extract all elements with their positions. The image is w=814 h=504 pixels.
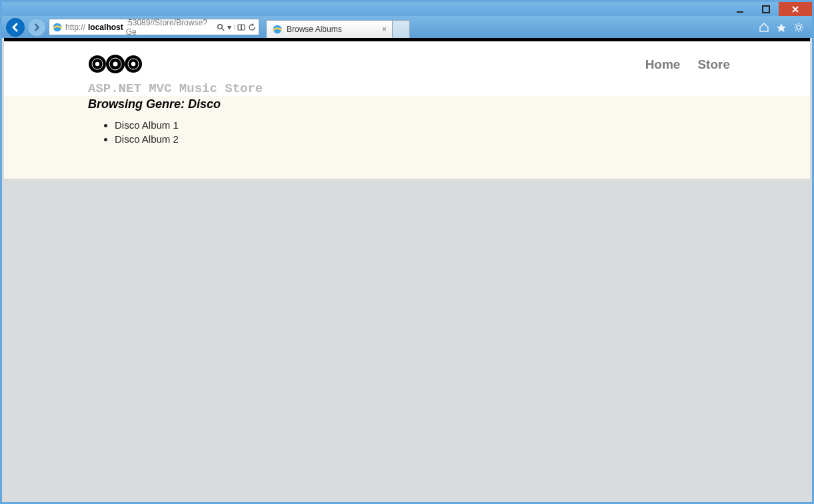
window-close-button[interactable] bbox=[779, 2, 812, 16]
search-dropdown-icon[interactable]: ▾ bbox=[227, 23, 231, 31]
ie-tab-icon bbox=[272, 24, 283, 35]
nav-store-link[interactable]: Store bbox=[697, 57, 730, 72]
svg-line-14 bbox=[801, 29, 803, 31]
page: ASP.NET MVC Music Store Home Store Brows… bbox=[4, 38, 810, 179]
url-rest: :53089//Store/Browse?Ge bbox=[126, 18, 214, 37]
tools-icon[interactable] bbox=[793, 22, 804, 33]
album-list: Disco Album 1 Disco Album 2 bbox=[88, 118, 730, 146]
svg-rect-0 bbox=[737, 11, 743, 13]
list-item: Disco Album 2 bbox=[115, 132, 730, 146]
url-prefix: http:// bbox=[65, 23, 85, 32]
tab-strip: Browse Albums × bbox=[262, 16, 756, 38]
browser-right-controls bbox=[759, 22, 808, 33]
nav-home-link[interactable]: Home bbox=[645, 57, 681, 72]
browser-toolbar: http:// localhost :53089//Store/Browse?G… bbox=[2, 16, 812, 38]
site-brand: ASP.NET MVC Music Store bbox=[88, 53, 263, 96]
favorites-icon[interactable] bbox=[776, 22, 787, 33]
ie-window: http:// localhost :53089//Store/Browse?G… bbox=[0, 0, 814, 504]
svg-point-8 bbox=[797, 25, 801, 29]
address-bar[interactable]: http:// localhost :53089//Store/Browse?G… bbox=[49, 19, 259, 35]
compat-view-icon[interactable] bbox=[237, 23, 245, 31]
svg-line-13 bbox=[795, 24, 797, 25]
tab-close-icon[interactable]: × bbox=[382, 25, 387, 34]
records-logo-icon bbox=[88, 53, 263, 79]
ie-page-icon bbox=[52, 22, 63, 33]
svg-rect-1 bbox=[763, 6, 769, 13]
home-icon[interactable] bbox=[759, 22, 769, 33]
tab-title: Browse Albums bbox=[287, 25, 342, 34]
genre-heading: Browsing Genre: Disco bbox=[88, 97, 730, 111]
search-icon[interactable] bbox=[217, 23, 225, 31]
svg-point-20 bbox=[95, 62, 99, 66]
forward-button[interactable] bbox=[27, 18, 46, 37]
viewport: ASP.NET MVC Music Store Home Store Brows… bbox=[4, 38, 810, 500]
toolbar-separator bbox=[234, 25, 235, 29]
url-host: localhost bbox=[88, 23, 123, 32]
new-tab-button[interactable] bbox=[393, 20, 410, 38]
svg-line-15 bbox=[801, 24, 803, 25]
site-nav: Home Store bbox=[645, 57, 730, 72]
refresh-icon[interactable] bbox=[248, 23, 256, 31]
svg-line-4 bbox=[222, 29, 224, 31]
svg-point-3 bbox=[218, 24, 223, 29]
svg-point-21 bbox=[113, 62, 118, 67]
window-titlebar bbox=[2, 2, 812, 16]
site-header: ASP.NET MVC Music Store Home Store bbox=[4, 41, 810, 96]
brand-text: ASP.NET MVC Music Store bbox=[88, 81, 263, 96]
tab-browse-albums[interactable]: Browse Albums × bbox=[266, 20, 393, 38]
svg-point-22 bbox=[131, 62, 135, 66]
list-item: Disco Album 1 bbox=[115, 118, 730, 132]
back-button[interactable] bbox=[6, 18, 25, 37]
page-content: Browsing Genre: Disco Disco Album 1 Disc… bbox=[4, 96, 810, 163]
window-maximize-button[interactable] bbox=[753, 2, 779, 16]
svg-line-16 bbox=[795, 29, 797, 31]
window-minimize-button[interactable] bbox=[727, 2, 753, 16]
